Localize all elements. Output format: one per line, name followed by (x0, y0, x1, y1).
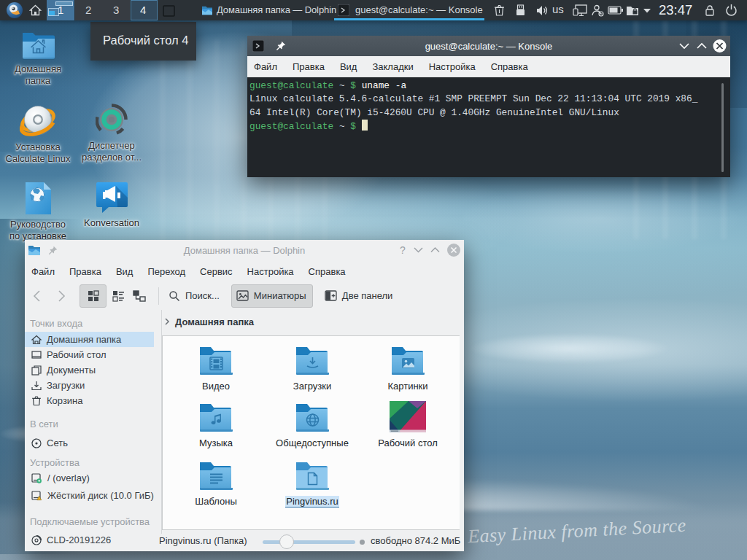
svg-text:?: ? (400, 244, 406, 256)
